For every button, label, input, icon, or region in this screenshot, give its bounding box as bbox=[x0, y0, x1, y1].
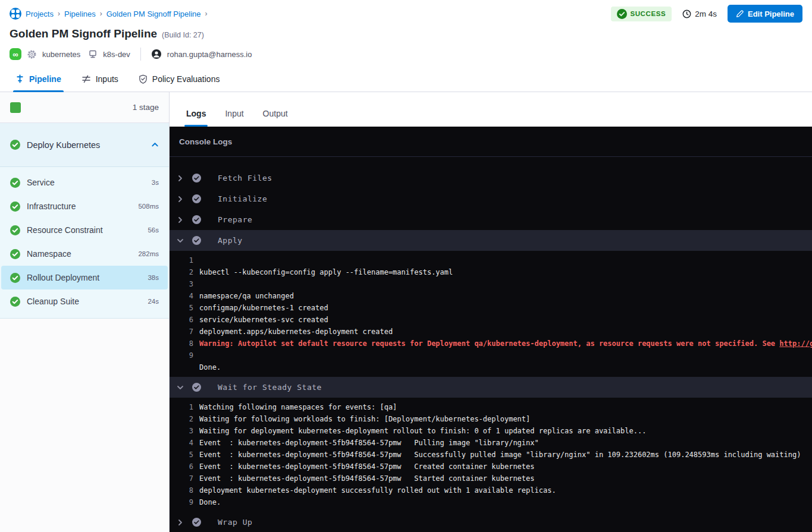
log-section-initialize[interactable]: Initialize bbox=[170, 188, 812, 209]
environment-name[interactable]: k8s-dev bbox=[103, 50, 130, 59]
log-line: 3 Waiting for deployment kubernetes-depl… bbox=[170, 425, 812, 437]
log-line-text: Warning: Autopilot set default resource … bbox=[199, 338, 812, 350]
chevron-up-icon[interactable] bbox=[151, 141, 159, 149]
cd-module-icon: ∞ bbox=[10, 48, 21, 60]
log-line-text: configmap/kubernetes-1 created bbox=[199, 302, 328, 314]
log-line: 9 Done. bbox=[170, 496, 812, 508]
breadcrumb-projects-link[interactable]: Projects bbox=[26, 10, 54, 18]
step-duration: 24s bbox=[148, 298, 159, 305]
log-line-text: deployment.apps/kubernetes-deployment cr… bbox=[199, 326, 393, 338]
breadcrumb-separator: › bbox=[58, 10, 60, 18]
build-id: (Build Id: 27) bbox=[162, 31, 204, 39]
log-section-title: Wrap Up bbox=[218, 518, 252, 527]
log-line-text: Event : kubernetes-deployment-5fb94f8564… bbox=[199, 461, 535, 473]
breadcrumb-pipelines-link[interactable]: Pipelines bbox=[64, 10, 96, 18]
log-line: 3 bbox=[170, 278, 812, 290]
log-section-wait-for-steady-state[interactable]: Wait for Steady State bbox=[170, 377, 812, 398]
step-row-resource-constraint[interactable]: Resource Constraint 56s bbox=[1, 218, 168, 242]
step-row-service[interactable]: Service 3s bbox=[1, 171, 168, 194]
log-line: 2 Waiting for following workloads to fin… bbox=[170, 413, 812, 425]
log-line-number: 5 bbox=[170, 302, 193, 314]
step-label: Resource Constraint bbox=[27, 225, 141, 235]
console-log-area[interactable]: Fetch Files Initialize Prepare Apply 1 2… bbox=[170, 157, 812, 532]
chevron-right-icon[interactable] bbox=[177, 196, 184, 203]
log-line-number: 1 bbox=[170, 254, 193, 266]
success-check-icon bbox=[10, 249, 20, 259]
log-panel: Logs Input Output Console Logs Fetch Fil… bbox=[170, 92, 812, 532]
log-line: 6 Event : kubernetes-deployment-5fb94f85… bbox=[170, 461, 812, 473]
step-row-namespace[interactable]: Namespace 282ms bbox=[1, 242, 168, 266]
chevron-down-icon[interactable] bbox=[177, 384, 184, 391]
service-name[interactable]: kubernetes bbox=[42, 50, 80, 59]
log-line-text: service/kubernetes-svc created bbox=[199, 314, 328, 326]
log-section-title: Wait for Steady State bbox=[218, 383, 322, 392]
tab-inputs[interactable]: Inputs bbox=[81, 66, 118, 92]
log-line-text: Event : kubernetes-deployment-5fb94f8564… bbox=[199, 473, 535, 484]
log-line-number: 4 bbox=[170, 290, 193, 302]
step-label: Cleanup Suite bbox=[27, 297, 141, 306]
step-row-cleanup-suite[interactable]: Cleanup Suite 24s bbox=[1, 289, 168, 313]
chevron-down-icon[interactable] bbox=[177, 237, 184, 244]
log-section-wrap-up[interactable]: Wrap Up bbox=[170, 512, 812, 532]
gear-icon bbox=[27, 49, 37, 59]
log-tab-logs[interactable]: Logs bbox=[184, 109, 208, 127]
step-row-infrastructure[interactable]: Infrastructure 508ms bbox=[1, 194, 168, 218]
stage-count: 1 stage bbox=[133, 103, 159, 112]
log-line-text: Waiting for deployment kubernetes-deploy… bbox=[199, 425, 646, 437]
log-section-title: Initialize bbox=[218, 194, 267, 203]
step-label: Service bbox=[27, 178, 145, 187]
step-success-check-icon bbox=[192, 174, 201, 182]
tab-pipeline-label: Pipeline bbox=[29, 74, 61, 84]
step-row-rollout-deployment[interactable]: Rollout Deployment 38s bbox=[1, 266, 168, 289]
log-section-prepare[interactable]: Prepare bbox=[170, 209, 812, 230]
log-line-number: 3 bbox=[170, 278, 193, 290]
console: Console Logs Fetch Files Initialize Prep… bbox=[170, 127, 812, 532]
log-line-number: 6 bbox=[170, 461, 193, 473]
pencil-icon bbox=[736, 10, 744, 18]
step-success-check-icon bbox=[192, 236, 201, 245]
clock-icon bbox=[682, 10, 691, 18]
success-check-icon bbox=[10, 297, 20, 307]
step-duration: 508ms bbox=[138, 203, 159, 210]
log-line: 5 configmap/kubernetes-1 created bbox=[170, 302, 812, 314]
breadcrumb-pipeline-link[interactable]: Golden PM Signoff Pipeline bbox=[106, 10, 201, 18]
main-tab-bar: Pipeline Inputs Policy Evaluations bbox=[0, 66, 812, 92]
log-line: 1 bbox=[170, 254, 812, 266]
log-line: Done. bbox=[170, 361, 812, 373]
log-line-number bbox=[170, 361, 193, 373]
log-line: 8 deployment kubernetes-deployment succe… bbox=[170, 484, 812, 496]
step-label: Rollout Deployment bbox=[27, 273, 141, 282]
breadcrumb: Projects › Pipelines › Golden PM Signoff… bbox=[10, 8, 207, 20]
log-section-apply[interactable]: Apply bbox=[170, 230, 812, 251]
tab-policy-evaluations[interactable]: Policy Evaluations bbox=[139, 66, 220, 92]
success-check-icon bbox=[10, 202, 20, 212]
log-line: 4 namespace/qa unchanged bbox=[170, 290, 812, 302]
log-line-number: 4 bbox=[170, 437, 193, 449]
status-label: SUCCESS bbox=[630, 10, 666, 17]
user-avatar-icon bbox=[151, 49, 162, 59]
log-section-lines: 1 Watching following namespaces for even… bbox=[170, 398, 812, 512]
edit-pipeline-button[interactable]: Edit Pipeline bbox=[728, 5, 802, 23]
chevron-right-icon[interactable] bbox=[177, 175, 184, 182]
log-section-fetch-files[interactable]: Fetch Files bbox=[170, 168, 812, 188]
divider bbox=[140, 48, 141, 61]
chevron-right-icon[interactable] bbox=[177, 216, 184, 223]
log-line-text: deployment kubernetes-deployment success… bbox=[199, 484, 556, 496]
step-list: Service 3s Infrastructure 508ms Resource… bbox=[0, 167, 169, 319]
step-label: Infrastructure bbox=[27, 202, 131, 211]
success-check-icon bbox=[10, 140, 20, 150]
log-tab-output[interactable]: Output bbox=[261, 109, 290, 127]
step-label: Namespace bbox=[27, 249, 131, 259]
log-warning-link[interactable]: http://g bbox=[779, 339, 812, 348]
triggered-by-user: rohan.gupta@harness.io bbox=[167, 50, 252, 59]
tab-pipeline[interactable]: Pipeline bbox=[15, 66, 61, 92]
breadcrumb-separator: › bbox=[100, 10, 102, 18]
stage-panel-filler bbox=[0, 319, 169, 532]
status-badge: SUCCESS bbox=[611, 7, 672, 21]
log-line-number: 6 bbox=[170, 314, 193, 326]
page-header: Projects › Pipelines › Golden PM Signoff… bbox=[0, 0, 812, 61]
chevron-right-icon[interactable] bbox=[177, 519, 184, 526]
edit-pipeline-label: Edit Pipeline bbox=[748, 10, 794, 18]
log-tab-input[interactable]: Input bbox=[223, 109, 245, 127]
stage-header-deploy-kubernetes[interactable]: Deploy Kubernetes bbox=[0, 123, 169, 167]
